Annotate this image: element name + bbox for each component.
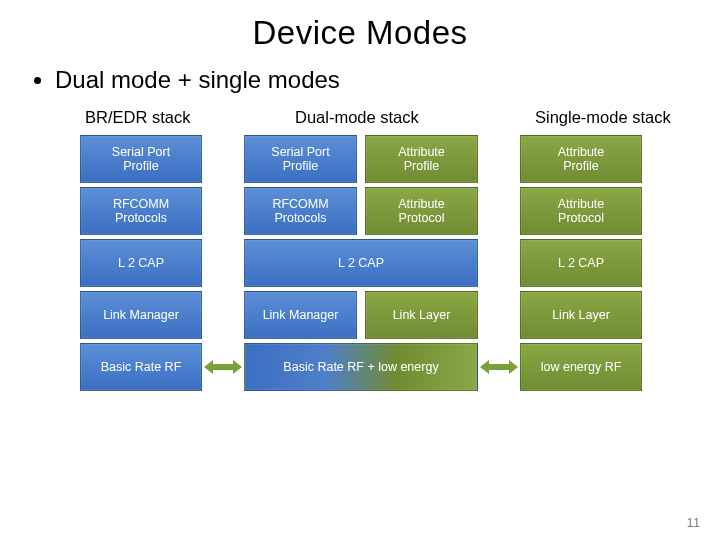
column-labels: BR/EDR stack Dual-mode stack Single-mode… [0, 94, 720, 127]
box-attribute-protocol-dual: AttributeProtocol [365, 187, 478, 235]
double-arrow-icon [204, 360, 242, 374]
label-dual-mode-stack: Dual-mode stack [295, 108, 445, 127]
row-rf: Basic Rate RF Basic Rate RF + low energy… [80, 343, 655, 391]
bullet-dot-icon [34, 77, 41, 84]
row-l2cap: L 2 CAP L 2 CAP L 2 CAP [80, 239, 655, 287]
box-basic-rate-rf: Basic Rate RF [80, 343, 202, 391]
double-arrow-icon [480, 360, 518, 374]
label-bredr-stack: BR/EDR stack [85, 108, 235, 127]
box-link-manager-bredr: Link Manager [80, 291, 202, 339]
box-attribute-profile: AttributeProfile [520, 135, 642, 183]
box-attribute-profile-dual: AttributeProfile [365, 135, 478, 183]
slide-title: Device Modes [0, 0, 720, 52]
box-serial-port-profile-dual: Serial PortProfile [244, 135, 357, 183]
row-protocols: RFCOMMProtocols RFCOMMProtocols Attribut… [80, 187, 655, 235]
box-attribute-protocol: AttributeProtocol [520, 187, 642, 235]
box-rfcomm-protocols: RFCOMMProtocols [80, 187, 202, 235]
box-basic-rate-rf-low-energy: Basic Rate RF + low energy [244, 343, 478, 391]
box-link-layer-single: Link Layer [520, 291, 642, 339]
box-low-energy-rf: low energy RF [520, 343, 642, 391]
box-link-manager-dual: Link Manager [244, 291, 357, 339]
label-single-mode-stack: Single-mode stack [535, 108, 705, 127]
slide: Device Modes Dual mode + single modes BR… [0, 0, 720, 540]
row-profiles: Serial PortProfile Serial PortProfile At… [80, 135, 655, 183]
box-serial-port-profile: Serial PortProfile [80, 135, 202, 183]
page-number: 11 [687, 516, 700, 530]
row-link: Link Manager Link Manager Link Layer Lin… [80, 291, 655, 339]
box-l2cap-dual: L 2 CAP [244, 239, 478, 287]
box-rfcomm-protocols-dual: RFCOMMProtocols [244, 187, 357, 235]
stack-grid: Serial PortProfile Serial PortProfile At… [80, 135, 655, 391]
bullet-item: Dual mode + single modes [34, 66, 720, 94]
bullet-text: Dual mode + single modes [55, 66, 340, 94]
bullet-list: Dual mode + single modes [0, 52, 720, 94]
box-l2cap-single: L 2 CAP [520, 239, 642, 287]
box-link-layer-dual: Link Layer [365, 291, 478, 339]
box-l2cap-bredr: L 2 CAP [80, 239, 202, 287]
